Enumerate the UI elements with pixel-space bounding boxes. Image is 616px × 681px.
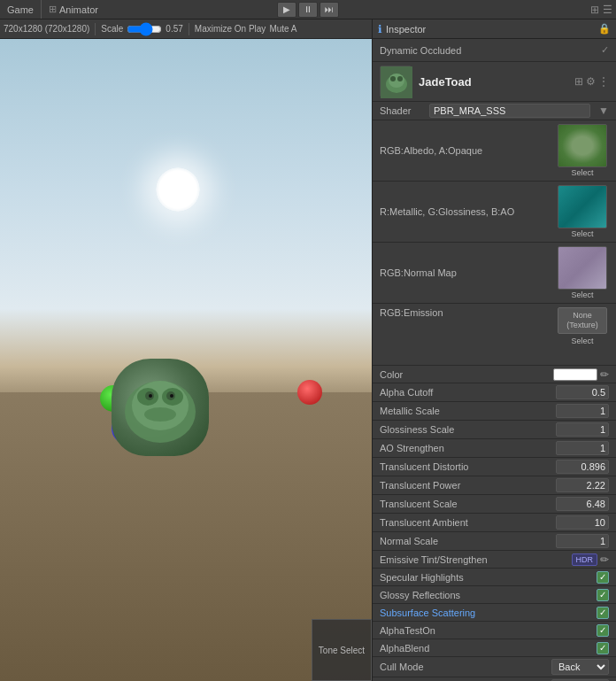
svg-point-12 <box>390 76 396 81</box>
dynamic-occluded-section: Dynamic Occluded <box>380 45 461 56</box>
properties-scroll[interactable]: RGB:Albedo, A:Opaque Select R:Metallic, … <box>373 120 616 681</box>
metallic-row: R:Metallic, G:Glossiness, B:AO Select <box>373 182 616 243</box>
play-button[interactable]: ▶ <box>277 2 296 18</box>
color-swatch[interactable] <box>553 368 597 381</box>
svg-point-13 <box>397 76 403 81</box>
inspector-tab-bar: ℹ Inspector 🔒 <box>373 19 616 39</box>
tone-select-label: Tone Select <box>319 646 365 655</box>
object-info: JadeToad <box>419 75 472 89</box>
inspector-panel: ℹ Inspector 🔒 Dynamic Occluded ✓ <box>372 19 616 681</box>
inspector-header: Dynamic Occluded ✓ <box>373 39 616 62</box>
alpha-cutoff-input[interactable] <box>556 385 609 399</box>
animator-icon: ⊞ <box>49 4 57 15</box>
translucent-ambient-input[interactable] <box>556 515 609 530</box>
play-controls: ▶ ⏸ ⏭ <box>277 2 339 18</box>
ao-strengthen-input[interactable] <box>556 441 609 455</box>
checkmark-icon[interactable]: ✓ <box>601 44 609 56</box>
top-bar-right: ⊞ ☰ <box>590 4 612 16</box>
translucent-scale-input[interactable] <box>556 497 609 511</box>
normal-row: RGB:Normal Map Select <box>373 243 616 304</box>
scale-slider[interactable] <box>127 25 162 34</box>
color-row: Color ✏ <box>373 366 616 383</box>
emissive-edit-icon[interactable]: ✏ <box>600 553 609 566</box>
translucent-distortio-input[interactable] <box>556 460 609 474</box>
ao-strengthen-label: AO Strengthen <box>380 443 556 453</box>
translucent-distortio-label: Translucent Distortio <box>380 461 556 472</box>
metallic-scale-input[interactable] <box>556 404 609 418</box>
translucent-power-input[interactable] <box>556 478 609 492</box>
emission-label: RGB:Emission <box>380 307 556 318</box>
normal-thumbnail[interactable] <box>558 246 607 290</box>
pause-button[interactable]: ⏸ <box>298 2 318 18</box>
emissive-tint-label: Emissive Tint/Strengthen <box>380 554 572 565</box>
metallic-thumbnail[interactable] <box>558 185 607 228</box>
step-button[interactable]: ⏭ <box>320 2 339 18</box>
object-header-icons: ⊞ ⚙ ⋮ <box>574 75 609 88</box>
glossiness-scale-input[interactable] <box>556 422 609 437</box>
emission-thumb-wrap: None (Texture) Select <box>556 307 609 345</box>
albedo-label: RGB:Albedo, A:Opaque <box>380 145 556 156</box>
translucent-ambient-row: Translucent Ambient <box>373 514 616 532</box>
lock-icon[interactable]: 🔒 <box>598 23 611 35</box>
normal-select-btn[interactable]: Select <box>571 290 593 299</box>
emission-none-text: None (Texture) <box>566 311 598 330</box>
translucent-ambient-label: Translucent Ambient <box>380 517 556 528</box>
alpha-cutoff-row: Alpha Cutoff <box>373 383 616 402</box>
subsurface-scattering-checkbox[interactable]: ✓ <box>597 607 609 619</box>
svg-point-11 <box>389 74 404 88</box>
dynamic-occluded-label: Dynamic Occluded <box>380 45 461 56</box>
grid-icon[interactable]: ⊞ <box>574 75 583 88</box>
emission-thumbnail[interactable]: None (Texture) <box>558 307 607 334</box>
glossy-reflections-checkbox[interactable]: ✓ <box>597 589 609 601</box>
svg-point-7 <box>170 394 173 398</box>
alpha-blend-row: AlphaBlend ✓ <box>373 639 616 657</box>
glossy-reflections-row: Glossy Reflections ✓ <box>373 586 616 604</box>
scale-label: Scale <box>101 24 123 34</box>
main-layout: 720x1280 (720x1280) Scale 0.57 Maximize … <box>0 19 616 681</box>
shader-label: Shader <box>380 105 424 116</box>
color-edit-icon[interactable]: ✏ <box>600 368 609 381</box>
specular-highlights-checkbox[interactable]: ✓ <box>597 571 609 584</box>
albedo-thumbnail[interactable] <box>558 124 607 167</box>
cull-mode-select[interactable]: Back Front Off <box>551 659 609 675</box>
game-viewport: Tone Select <box>0 39 372 681</box>
normal-scale-input[interactable] <box>556 534 609 548</box>
header-icons: ✓ <box>601 44 609 56</box>
shader-row: Shader PBR_MRA_SSS ▼ <box>373 102 616 120</box>
object-header: JadeToad ⊞ ⚙ ⋮ <box>373 62 616 102</box>
specular-highlights-label: Specular Highlights <box>380 572 597 583</box>
emission-row: RGB:Emission None (Texture) Select <box>373 304 616 366</box>
game-panel: 720x1280 (720x1280) Scale 0.57 Maximize … <box>0 19 372 681</box>
shader-dropdown-icon[interactable]: ▼ <box>598 104 609 117</box>
separator-2 <box>189 23 189 35</box>
normal-scale-row: Normal Scale <box>373 532 616 551</box>
albedo-select-btn[interactable]: Select <box>571 168 593 177</box>
emissive-tint-row: Emissive Tint/Strengthen HDR ✏ <box>373 551 616 569</box>
normal-scale-label: Normal Scale <box>380 536 556 546</box>
translucent-scale-row: Translucent Scale <box>373 495 616 514</box>
game-toolbar: 720x1280 (720x1280) Scale 0.57 Maximize … <box>0 19 372 39</box>
object-avatar <box>380 66 412 97</box>
color-label: Color <box>380 369 553 380</box>
alpha-test-on-checkbox[interactable]: ✓ <box>597 624 609 637</box>
alpha-cutoff-label: Alpha Cutoff <box>380 387 556 398</box>
glossiness-scale-label: Glossiness Scale <box>380 424 556 435</box>
animator-tab[interactable]: ⊞ Animator <box>41 0 105 19</box>
separator-1 <box>95 23 96 35</box>
tone-select-area[interactable]: Tone Select <box>312 619 372 681</box>
scale-value: 0.57 <box>166 24 182 34</box>
alpha-test-on-row: AlphaTestOn ✓ <box>373 622 616 639</box>
alpha-blend-checkbox[interactable]: ✓ <box>597 642 609 654</box>
albedo-thumb-wrap: Select <box>556 124 609 177</box>
inspector-icon: ℹ <box>378 23 382 35</box>
inspector-tab[interactable]: ℹ Inspector <box>378 23 426 35</box>
game-tab-label: Game <box>7 4 34 15</box>
settings-icon[interactable]: ⚙ <box>586 75 596 88</box>
svg-point-6 <box>149 394 152 398</box>
subsurface-scattering-label: Subsurface Scattering <box>380 607 597 618</box>
overflow-icon[interactable]: ⋮ <box>598 75 609 88</box>
game-tab[interactable]: Game <box>0 0 41 19</box>
metallic-select-btn[interactable]: Select <box>571 229 593 238</box>
subsurface-scattering-row: Subsurface Scattering ✓ <box>373 604 616 622</box>
emission-select-btn[interactable]: Select <box>571 337 593 345</box>
